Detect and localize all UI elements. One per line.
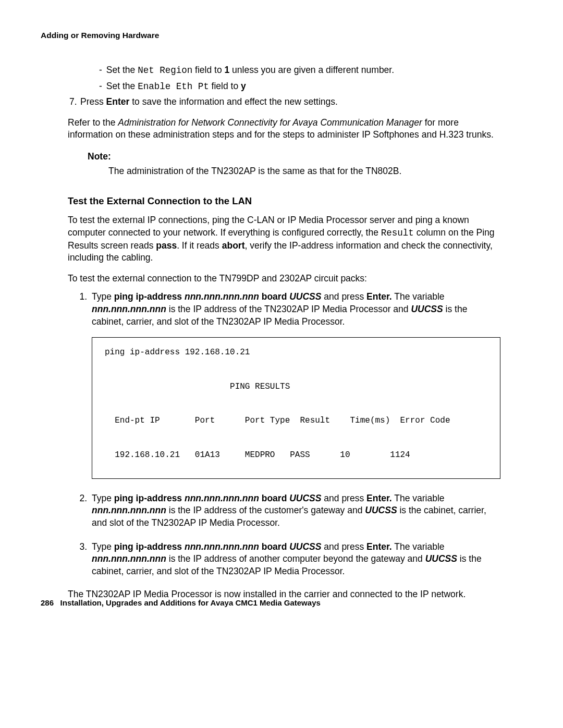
s2-cmd2: board [259,493,289,503]
sub-bullet-a-val: 1 [224,65,229,75]
step7-enter: Enter [106,96,130,107]
sub-bullet-b-pre: Set the [106,81,138,91]
step7-num: 7. [69,96,78,108]
s1-enter: Enter. [366,291,392,302]
s1-nnn: nnn.nnn.nnn.nnn [185,291,259,302]
s1-pre: Type [92,291,114,302]
s3-uucss2: UUCSS [425,553,457,564]
footer-title: Installation, Upgrades and Additions for… [60,598,321,607]
s2-enter: Enter. [366,493,392,503]
section-heading: Test the External Connection to the LAN [68,195,500,208]
tp1-mid2: . If it reads [177,240,222,251]
s1-nnn2: nnn.nnn.nnn.nnn [92,304,166,314]
s3-pre: Type [92,541,114,552]
sub-bullet-a-post: unless you are given a different number. [229,65,394,75]
ping-results-box: ping ip-address 192.168.10.21 PING RESUL… [92,337,500,479]
s1-mid1: and press [321,291,366,302]
s2-mid2: The variable [392,493,445,503]
s3-cmd2: board [259,541,289,552]
s2-cmd1: ping ip-address [114,493,185,503]
sub-bullet-list: -Set the Net Region field to 1 unless yo… [99,64,500,93]
s3-nnn2: nnn.nnn.nnn.nnn [92,553,166,564]
sub-bullet-b-mid: field to [209,81,241,91]
s2-nnn: nnn.nnn.nnn.nnn [185,493,259,503]
tp1-abort: abort [222,240,245,251]
refer-doc: Administration for Network Connectivity … [118,117,422,128]
s1-uucss: UUCSS [289,291,321,302]
bullet-dash: - [99,64,102,77]
s2-pre: Type [92,493,114,503]
tp1-result: Result [381,228,414,238]
test-para-2: To test the external connection to the T… [68,273,500,285]
s1-uucss2: UUCSS [411,304,443,314]
s3-mid2: The variable [392,541,445,552]
sub-bullet-b-field: Enable Eth Pt [138,81,209,92]
s3-post1: is the IP address of another computer be… [166,553,425,564]
bullet-dash: - [99,80,102,93]
footer-page-num: 286 [41,598,54,607]
s2-mid1: and press [321,493,366,503]
s2-post1: is the IP address of the customer's gate… [166,505,365,515]
s2-uucss: UUCSS [289,493,321,503]
tp1-pass: pass [156,240,177,251]
s3-cmd1: ping ip-address [114,541,185,552]
step7-pre: Press [80,96,106,107]
sub-bullet-b-val: y [241,81,246,91]
sub-bullet-a-field: Net Region [138,65,192,76]
refer-paragraph: Refer to the Administration for Network … [68,117,500,141]
step7-post: to save the information and effect the n… [129,96,338,107]
s3-mid1: and press [321,541,366,552]
test-para-1: To test the external IP connections, pin… [68,214,500,264]
page-footer: 286 Installation, Upgrades and Additions… [41,598,321,608]
step-1: Type ping ip-address nnn.nnn.nnn.nnn boa… [90,291,500,478]
s1-cmd2: board [259,291,289,302]
note-block: Note: The administration of the TN2302AP… [68,151,500,177]
s2-nnn2: nnn.nnn.nnn.nnn [92,505,166,515]
page-header: Adding or Removing Hardware [41,30,500,41]
step-3: Type ping ip-address nnn.nnn.nnn.nnn boa… [90,541,500,578]
note-label: Note: [88,151,500,163]
step-7: 7.Press Enter to save the information an… [69,96,500,108]
s3-uucss: UUCSS [289,541,321,552]
s1-post1: is the IP address of the TN2302AP IP Med… [166,304,411,314]
s2-uucss2: UUCSS [365,505,397,515]
s1-cmd1: ping ip-address [114,291,185,302]
refer-pre: Refer to the [68,117,118,128]
s3-enter: Enter. [366,541,392,552]
s1-mid2: The variable [392,291,445,302]
sub-bullet-a-pre: Set the [106,65,138,75]
sub-bullet-a-mid: field to [192,65,224,75]
step-2: Type ping ip-address nnn.nnn.nnn.nnn boa… [90,492,500,529]
note-text: The administration of the TN2302AP is th… [108,165,500,178]
s3-nnn: nnn.nnn.nnn.nnn [185,541,259,552]
